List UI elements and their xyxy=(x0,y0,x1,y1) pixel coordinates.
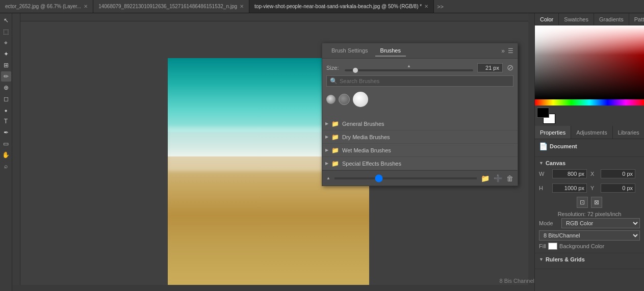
brush-tool[interactable]: ✏ xyxy=(1,71,11,82)
document-section: 📄 Document xyxy=(535,139,644,157)
brush-panel-footer: ▲ 📁 ➕ 🗑 xyxy=(322,170,518,186)
tab-2[interactable]: 14068079_892213010912636_152716148648615… xyxy=(93,0,249,13)
size-value-input[interactable] xyxy=(477,63,503,72)
y-input[interactable] xyxy=(601,183,635,193)
fill-canvas-btn[interactable]: ⊠ xyxy=(591,197,602,208)
mode-label: Mode xyxy=(539,220,559,226)
fit-canvas-btn[interactable]: ⊡ xyxy=(577,197,588,208)
right-panel: Color Swatches Gradients Patterns Proper… xyxy=(534,13,644,291)
eight-bis-label: 8 Bis Channel xyxy=(500,278,535,284)
category-wet-label: Wet Media Brushes xyxy=(342,147,391,153)
pen-tool[interactable]: ✒ xyxy=(1,127,11,138)
swatches-tab[interactable]: Swatches xyxy=(559,13,594,25)
brush-settings-tab[interactable]: Brush Settings xyxy=(326,45,373,57)
brush-preset-3[interactable] xyxy=(353,92,368,107)
add-brush-icon[interactable]: ➕ xyxy=(494,174,502,182)
category-wet[interactable]: ▶ 📁 Wet Media Brushes xyxy=(322,144,518,157)
color-tab[interactable]: Color xyxy=(535,13,559,25)
chevron-general: ▶ xyxy=(325,121,328,126)
category-dry-label: Dry Media Brushes xyxy=(342,134,390,140)
color-hue-bar[interactable] xyxy=(535,99,644,105)
adjustments-tab[interactable]: Adjustments xyxy=(571,126,613,139)
folder-special: 📁 xyxy=(331,160,339,167)
brush-panel-header: Brush Settings Brushes » ☰ xyxy=(322,43,518,59)
folder-dry: 📁 xyxy=(331,134,339,141)
footer-arrow: ▲ xyxy=(326,176,330,180)
size-edit-icon[interactable]: ⊘ xyxy=(507,63,513,72)
size-label: Size: xyxy=(326,65,341,71)
lasso-tool[interactable]: ⌖ xyxy=(1,38,11,48)
width-row: W xyxy=(539,169,588,178)
magic-wand-tool[interactable]: ✦ xyxy=(1,49,11,59)
category-dry[interactable]: ▶ 📁 Dry Media Brushes xyxy=(322,130,518,144)
size-row: Size: ▲ ⊘ xyxy=(326,63,513,72)
chevron-rulers: ▼ xyxy=(539,257,544,262)
height-label: H xyxy=(539,185,549,191)
move-tool[interactable]: ↖ xyxy=(1,15,11,25)
menu-icon[interactable]: ☰ xyxy=(508,47,513,55)
rulers-section: ▼ Rulers & Grids xyxy=(535,253,644,269)
height-row: H xyxy=(539,183,588,193)
tab-3[interactable]: top-view-shot-people-near-boat-sand-vark… xyxy=(249,0,434,13)
width-input[interactable] xyxy=(552,169,587,178)
x-label: X xyxy=(590,171,598,177)
canvas-icons-row: ⊡ ⊠ xyxy=(539,197,640,208)
search-input[interactable] xyxy=(340,78,510,84)
hand-tool[interactable]: ✋ xyxy=(1,150,11,160)
brushes-tab[interactable]: Brushes xyxy=(375,45,406,57)
document-header[interactable]: 📄 Document xyxy=(539,142,640,150)
tab-1-close[interactable]: ✕ xyxy=(84,4,88,9)
rulers-header[interactable]: ▼ Rulers & Grids xyxy=(539,256,640,262)
new-folder-icon[interactable]: 📁 xyxy=(481,174,490,182)
shape-tool[interactable]: ▭ xyxy=(1,139,11,149)
tab-3-close[interactable]: ✕ xyxy=(424,4,428,9)
category-special[interactable]: ▶ 📁 Special Effects Brushes xyxy=(322,157,518,170)
gradients-tab[interactable]: Gradients xyxy=(594,13,629,25)
left-toolbar: ↖ ⬚ ⌖ ✦ ⊞ ✏ ⊕ ◻ ⬥ T ✒ ▭ ✋ ⌕ xyxy=(0,13,12,291)
right-scrollbar[interactable] xyxy=(528,13,534,291)
clone-tool[interactable]: ⊕ xyxy=(1,83,11,93)
fill-swatch[interactable] xyxy=(548,243,557,250)
chevron-wet: ▶ xyxy=(325,148,328,152)
libraries-tab[interactable]: Libraries xyxy=(613,126,644,139)
fg-color-swatch[interactable] xyxy=(537,108,549,118)
size-slider[interactable] xyxy=(345,69,473,71)
document-title: Document xyxy=(550,143,577,149)
bottom-scrollbar[interactable] xyxy=(12,285,528,291)
eraser-tool[interactable]: ◻ xyxy=(1,94,11,104)
footer-slider[interactable] xyxy=(334,177,477,179)
type-tool[interactable]: T xyxy=(1,116,11,126)
chevron-dry: ▶ xyxy=(325,135,328,139)
tab-2-close[interactable]: ✕ xyxy=(240,4,244,9)
canvas-header[interactable]: ▼ Canvas xyxy=(539,160,640,166)
brush-preset-2[interactable] xyxy=(339,94,350,105)
mode-select[interactable]: RGB Color CMYK Color Grayscale xyxy=(561,218,640,228)
brush-search-row[interactable]: 🔍 xyxy=(326,75,513,87)
patterns-tab[interactable]: Patterns xyxy=(629,13,644,25)
delete-brush-icon[interactable]: 🗑 xyxy=(506,174,513,182)
fill-row: Fill Background Color xyxy=(539,243,640,250)
expand-icon[interactable]: » xyxy=(501,47,505,55)
color-spectrum-white xyxy=(535,25,644,99)
paint-bucket-tool[interactable]: ⬥ xyxy=(1,105,11,115)
properties-tabs: Properties Adjustments Libraries xyxy=(535,126,644,139)
canvas-area[interactable]: 8 Bis Channel Brush Settings Brushes » ☰… xyxy=(12,13,534,291)
zoom-tool[interactable]: ⌕ xyxy=(1,161,11,171)
x-row: X xyxy=(590,169,640,178)
category-general[interactable]: ▶ 📁 General Brushes xyxy=(322,117,518,130)
height-input[interactable] xyxy=(552,183,587,193)
fg-bg-swatches[interactable] xyxy=(537,108,555,124)
bits-select[interactable]: 8 Bits/Channel 16 Bits/Channel 32 Bits/C… xyxy=(539,230,640,241)
y-label: Y xyxy=(590,185,598,191)
fill-label: Fill xyxy=(539,243,546,249)
brush-preset-1[interactable] xyxy=(326,95,336,104)
top-ruler xyxy=(12,13,534,21)
color-spectrum[interactable] xyxy=(535,25,644,99)
properties-tab[interactable]: Properties xyxy=(535,126,571,139)
color-swatches xyxy=(535,105,644,126)
select-tool[interactable]: ⬚ xyxy=(1,27,11,37)
x-input[interactable] xyxy=(601,169,635,178)
tab-overflow[interactable]: >> xyxy=(434,4,447,10)
tab-1[interactable]: ector_2652.jpg @ 66.7% (Layer... ✕ xyxy=(0,0,93,13)
crop-tool[interactable]: ⊞ xyxy=(1,60,11,70)
